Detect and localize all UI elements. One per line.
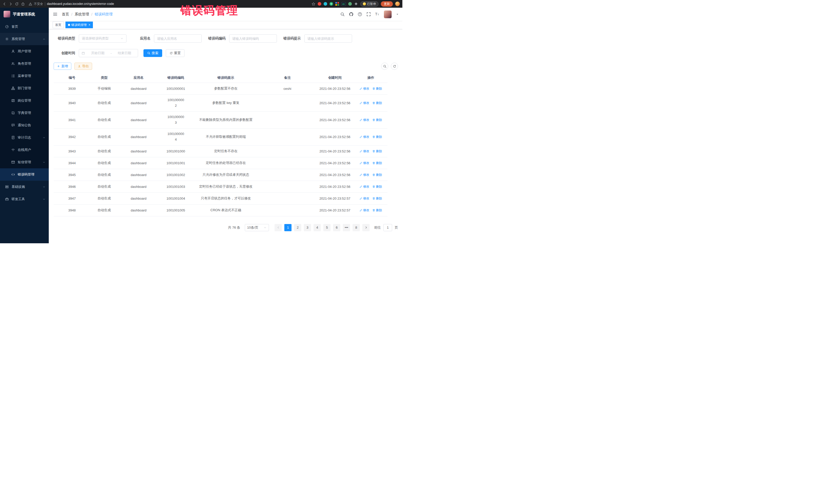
font-size-icon[interactable]: TT	[375, 12, 379, 17]
sidebar-item-role[interactable]: 角色管理	[0, 58, 49, 70]
page-ellipsis[interactable]: •••	[343, 224, 350, 231]
table-cell: 3942	[53, 128, 90, 145]
user-avatar[interactable]	[384, 10, 392, 18]
avatar-caret-icon[interactable]	[396, 13, 399, 16]
trash-icon	[372, 209, 375, 212]
user-icon	[11, 49, 15, 53]
bookmark-star-icon[interactable]	[311, 2, 315, 6]
date-range-picker[interactable]: 开始日期 - 结束日期	[79, 49, 138, 57]
delete-link[interactable]: 删除	[372, 196, 382, 201]
close-tag-icon[interactable]: ×	[89, 23, 90, 26]
sidebar-item-online-user[interactable]: 在线用户	[0, 144, 49, 156]
sidebar-item-dept[interactable]: 部门管理	[0, 82, 49, 94]
sidebar-item-sms[interactable]: 短信管理	[0, 156, 49, 168]
extension-green-icon[interactable]	[348, 2, 352, 6]
sidebar-item-error-code[interactable]: 错误码管理	[0, 168, 49, 181]
edit-link[interactable]: 修改	[359, 196, 369, 201]
operation-cell: 修改删除	[354, 145, 388, 157]
help-icon[interactable]	[358, 12, 362, 17]
add-button[interactable]: 新增	[53, 63, 71, 70]
refresh-table-button[interactable]	[391, 63, 398, 70]
operation-cell: 修改删除	[354, 157, 388, 169]
edit-link[interactable]: 修改	[359, 208, 369, 213]
github-icon[interactable]	[349, 12, 353, 17]
delete-link[interactable]: 删除	[372, 184, 382, 189]
page-button[interactable]: 3	[304, 224, 311, 231]
page-button[interactable]: 1	[284, 224, 291, 231]
error-type-select[interactable]: 请选择错误码类型	[79, 35, 127, 43]
page-button[interactable]: 6	[333, 224, 340, 231]
browser-profile-avatar[interactable]	[395, 2, 400, 6]
edit-link[interactable]: 修改	[359, 173, 369, 177]
export-button[interactable]: 导出	[74, 63, 92, 70]
sidebar-item-audit-log[interactable]: 审计日志	[0, 131, 49, 144]
extension-vue-devtools-icon[interactable]: V	[329, 2, 333, 6]
extension-teal-icon[interactable]	[324, 2, 327, 6]
table-header: 编号类型应用名错误码编码错误码提示备注创建时间操作	[53, 73, 388, 83]
edit-link[interactable]: 修改	[359, 184, 369, 189]
error-code-input[interactable]	[229, 35, 277, 43]
sidebar-item-infra[interactable]: 基础设施	[0, 181, 49, 193]
edit-link[interactable]: 修改	[359, 135, 369, 139]
sidebar-item-system[interactable]: 系统管理	[0, 33, 49, 45]
breadcrumb: 首页/系统管理/错误码管理	[62, 12, 113, 17]
tag-item[interactable]: 错误码管理×	[65, 22, 93, 28]
breadcrumb-item[interactable]: 系统管理	[75, 12, 89, 17]
delete-link[interactable]: 删除	[372, 161, 382, 165]
paused-badge[interactable]: 已暂停	[360, 1, 379, 7]
trash-icon	[372, 150, 375, 153]
update-button[interactable]: 更新	[381, 1, 393, 7]
next-page-button[interactable]	[363, 224, 370, 231]
sidebar-item-dict[interactable]: 字典管理	[0, 107, 49, 119]
tag-item[interactable]: 首页	[52, 22, 64, 28]
extensions-puzzle-icon[interactable]	[354, 2, 358, 6]
sidebar-item-devtools[interactable]: 研发工具	[0, 193, 49, 205]
app-logo[interactable]: 芋道管理系统	[0, 8, 49, 21]
page-button[interactable]: 2	[294, 224, 301, 231]
edit-link[interactable]: 修改	[359, 118, 369, 122]
address-bar[interactable]: 不安全 dashboard.yudao.iocoder.cn/system/er…	[27, 2, 309, 6]
page-size-select[interactable]: 10条/页	[245, 224, 269, 231]
edit-link[interactable]: 修改	[359, 149, 369, 153]
delete-link[interactable]: 删除	[372, 149, 382, 153]
edit-link[interactable]: 修改	[359, 101, 369, 105]
table-cell: 2021-04-20 23:52:57	[316, 204, 354, 216]
error-hint-input[interactable]	[304, 35, 352, 43]
trash-icon	[372, 162, 375, 165]
app-name-input[interactable]	[154, 35, 202, 43]
search-icon[interactable]	[340, 12, 345, 17]
sidebar-item-menu[interactable]: 菜单管理	[0, 70, 49, 82]
sidebar-toggle-icon[interactable]	[53, 12, 58, 16]
page-button[interactable]: 4	[313, 224, 321, 231]
sidebar-item-home[interactable]: 首页	[0, 21, 49, 33]
breadcrumb-item[interactable]: 错误码管理	[95, 12, 113, 17]
forward-icon[interactable]	[9, 2, 13, 6]
prev-page-button[interactable]	[275, 224, 282, 231]
breadcrumb-item[interactable]: 首页	[62, 12, 69, 17]
fullscreen-icon[interactable]	[367, 12, 371, 17]
delete-link[interactable]: 删除	[372, 118, 382, 122]
toggle-search-button[interactable]	[381, 63, 388, 70]
delete-link[interactable]: 删除	[372, 208, 382, 213]
delete-link[interactable]: 删除	[372, 135, 382, 139]
table-cell: 1001001002	[159, 169, 193, 181]
extension-red-icon[interactable]	[318, 2, 321, 6]
edit-link[interactable]: 修改	[359, 161, 369, 165]
sidebar-item-user[interactable]: 用户管理	[0, 45, 49, 58]
reload-icon[interactable]	[15, 2, 19, 6]
browser-home-icon[interactable]	[21, 2, 25, 6]
extension-grid-icon[interactable]	[335, 2, 339, 6]
extension-on-badge-icon[interactable]: on	[341, 2, 346, 6]
page-button[interactable]: 5	[323, 224, 331, 231]
edit-link[interactable]: 修改	[359, 86, 369, 91]
delete-link[interactable]: 删除	[372, 173, 382, 177]
back-icon[interactable]	[3, 2, 6, 6]
delete-link[interactable]: 删除	[372, 101, 382, 105]
sidebar-item-post[interactable]: 岗位管理	[0, 94, 49, 107]
reset-button[interactable]: 重置	[166, 49, 184, 57]
goto-page-input[interactable]	[383, 224, 392, 231]
sidebar-item-notice[interactable]: 通知公告	[0, 119, 49, 131]
delete-link[interactable]: 删除	[372, 86, 382, 91]
search-button[interactable]: 搜索	[144, 49, 162, 57]
page-button[interactable]: 8	[353, 224, 360, 231]
